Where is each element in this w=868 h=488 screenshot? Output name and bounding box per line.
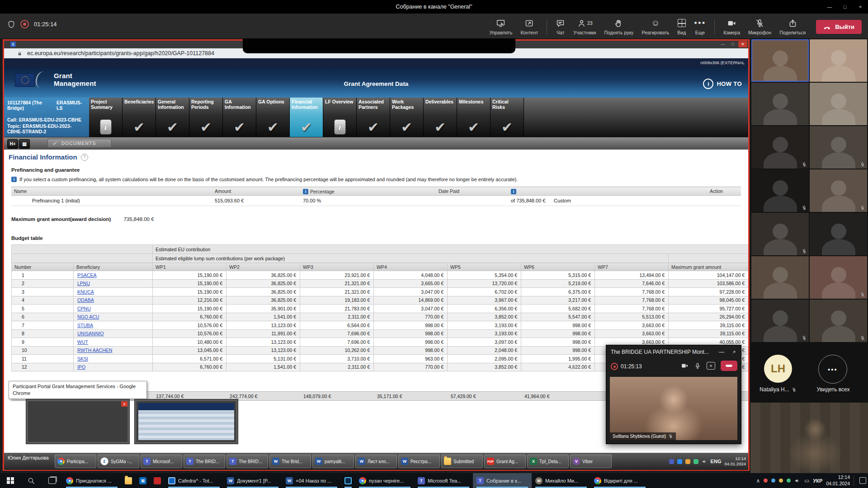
browser-minimize-icon[interactable]: — <box>718 41 727 47</box>
tray-app-icon[interactable] <box>693 459 698 464</box>
mini-minimize-icon[interactable]: — <box>719 349 724 355</box>
react-button[interactable]: ☺ Реагировать <box>637 16 673 37</box>
taskbar-clock[interactable]: 12:14 04.01.2024 <box>826 474 850 486</box>
teams-mini-window[interactable]: The BRIDGE UA PARTNERSHIP Mont... — 01:2… <box>606 345 741 444</box>
tab-beneficiaries[interactable]: Beneficiaries✔ <box>123 98 156 137</box>
tab-general-information[interactable]: General Information✔ <box>156 98 189 137</box>
participant-video-tile[interactable] <box>751 169 809 212</box>
beneficiary-link[interactable]: IPO <box>77 364 85 370</box>
shared-clock[interactable]: 12:14 04.01.2024 <box>724 456 746 467</box>
mini-expand-icon[interactable] <box>731 349 737 356</box>
beneficiary-link[interactable]: ODABA <box>77 297 94 303</box>
mini-camera-icon[interactable] <box>681 362 689 370</box>
tab-milestones[interactable]: Milestones✔ <box>457 98 491 137</box>
shared-taskbar-item-grant-ag[interactable]: PDFGrant Ag... <box>484 455 526 468</box>
raise-hand-button[interactable]: Поднять руку <box>600 16 637 37</box>
tray-chevron-icon[interactable]: ∧ <box>756 478 760 484</box>
search-button[interactable] <box>21 473 42 488</box>
chat-button[interactable]: Чат <box>552 16 569 37</box>
beneficiary-link[interactable]: PSACEA <box>77 272 97 278</box>
beneficiary-link[interactable]: RWTH AACHEN <box>77 347 112 353</box>
window-preview-2[interactable] <box>134 399 238 444</box>
tray-app-icon[interactable] <box>677 459 682 464</box>
maximize-icon[interactable]: □ <box>837 0 853 14</box>
beneficiary-link[interactable]: SKSI <box>77 356 88 361</box>
shared-taskbar-item-sygma[interactable]: ΣSyGMa -... <box>98 455 139 468</box>
tray-teams-icon[interactable] <box>669 459 674 464</box>
participant-video-tile[interactable] <box>810 169 867 212</box>
mini-hangup-button[interactable] <box>721 361 737 371</box>
how-to-button[interactable]: i HOW TO <box>703 79 742 89</box>
participant-video-tile[interactable] <box>810 300 867 342</box>
tray-app-icon[interactable] <box>787 479 791 483</box>
language-indicator[interactable]: ENG <box>711 459 722 464</box>
speaker-icon[interactable] <box>794 478 801 484</box>
language-indicator[interactable]: УКР <box>813 478 823 483</box>
shared-taskbar-item-microsof[interactable]: TMicrosof... <box>141 455 182 468</box>
tab-associated-partners[interactable]: Associated Partners✔ <box>357 98 390 137</box>
camera-button[interactable]: Камера <box>719 16 744 37</box>
microphone-button[interactable]: Микрофон <box>744 16 775 37</box>
taskbar-item-пузан-черніге[interactable]: пузан черніге... <box>355 473 414 488</box>
participant-video-large[interactable] <box>750 403 868 473</box>
participant-video-tile[interactable] <box>751 39 809 82</box>
tab-project-summary[interactable]: Project Summaryi <box>89 98 123 137</box>
taskbar-item-folder[interactable] <box>121 473 136 488</box>
minimize-icon[interactable]: — <box>822 0 837 14</box>
content-button[interactable]: Контент <box>516 16 542 37</box>
leave-button[interactable]: Выйти <box>816 20 862 34</box>
participant-video-tile[interactable] <box>751 256 809 299</box>
shared-taskbar-item-submitted[interactable]: Submitted <box>441 455 483 468</box>
beneficiary-link[interactable]: NGO ACU <box>77 314 99 319</box>
taskbar-item-собрание-в-к[interactable]: TСобрание в к... <box>473 473 532 488</box>
shared-taskbar-item-the-brid[interactable]: WThe Brid... <box>269 455 311 468</box>
shared-taskbar-item-the-brid[interactable]: TThe BRID... <box>226 455 268 468</box>
participant-video-tile[interactable] <box>751 83 809 125</box>
start-button[interactable] <box>0 473 21 488</box>
avatar[interactable]: LH <box>764 355 792 383</box>
tab-deliverables[interactable]: Deliverables✔ <box>424 98 457 137</box>
tray-app-icon[interactable] <box>779 479 783 483</box>
speaker-icon[interactable] <box>702 459 708 465</box>
taskbar-item-документ1-р[interactable]: WДокумент1 [Р... <box>223 473 282 488</box>
close-icon[interactable]: × <box>853 0 868 14</box>
taskbar-item-приєднатися[interactable]: Приєднатися ... <box>62 473 121 488</box>
tab-lf-overview[interactable]: LF Overviewi <box>323 98 357 137</box>
shared-taskbar-item-the-brid[interactable]: TThe BRID... <box>184 455 225 468</box>
mini-mic-icon[interactable] <box>694 362 701 370</box>
participant-video-tile[interactable] <box>751 300 809 342</box>
beneficiary-link[interactable]: CPNU <box>77 306 91 311</box>
see-all-button[interactable]: ••• <box>818 355 847 384</box>
beneficiary-link[interactable]: LPNU <box>77 281 90 286</box>
tray-app-icon[interactable] <box>764 479 768 483</box>
tab-critical-risks[interactable]: Critical Risks✔ <box>491 98 524 137</box>
help-icon[interactable]: ? <box>81 154 88 161</box>
tray-app-icon[interactable] <box>771 479 775 483</box>
shared-taskbar-item-tpl-deta[interactable]: XTpl_Deta... <box>527 455 569 468</box>
notifications-icon[interactable] <box>859 477 866 484</box>
more-button[interactable]: ••• Еще <box>690 16 710 37</box>
view-button[interactable]: Вид <box>673 16 690 37</box>
taskbar-item-04-наказ-по[interactable]: W+04 Наказ по ... <box>282 473 341 488</box>
tab-ga-options[interactable]: GA Options✔ <box>256 98 290 137</box>
participant-video-tile[interactable] <box>810 256 867 299</box>
tab-ga-information[interactable]: GA Information✔ <box>223 98 256 137</box>
mini-stop-share-icon[interactable]: ✕ <box>707 362 715 370</box>
taskbar-item-snip[interactable] <box>341 473 355 488</box>
shared-taskbar-item-pamyatk[interactable]: Wpamyatk... <box>312 455 354 468</box>
taskbar-item-microsoft-tea[interactable]: TMicrosoft Tea... <box>414 473 473 488</box>
task-view-button[interactable] <box>42 473 62 488</box>
participant-video-tile[interactable] <box>810 213 867 255</box>
manage-button[interactable]: Управлять <box>485 16 516 37</box>
tray-app-icon[interactable] <box>685 459 690 464</box>
tab-reporting-periods[interactable]: Reporting Periods✔ <box>189 98 223 137</box>
shared-taskbar-item-participa[interactable]: Participa... <box>55 455 96 468</box>
beneficiary-link[interactable]: UNISANNIO <box>77 331 104 336</box>
taskbar-item-store[interactable]: ⊞ <box>136 473 150 488</box>
print-view-button[interactable]: ▤ <box>19 139 30 149</box>
participants-button[interactable]: 23 Участники <box>569 16 600 37</box>
monitor-tray-icon[interactable]: ▭ <box>804 478 809 484</box>
url-text[interactable]: ec.europa.eu/research/participants/grant… <box>27 50 214 56</box>
browser-maximize-icon[interactable]: □ <box>728 41 737 47</box>
documents-button[interactable]: ✔ DOCUMENTS <box>47 139 112 148</box>
